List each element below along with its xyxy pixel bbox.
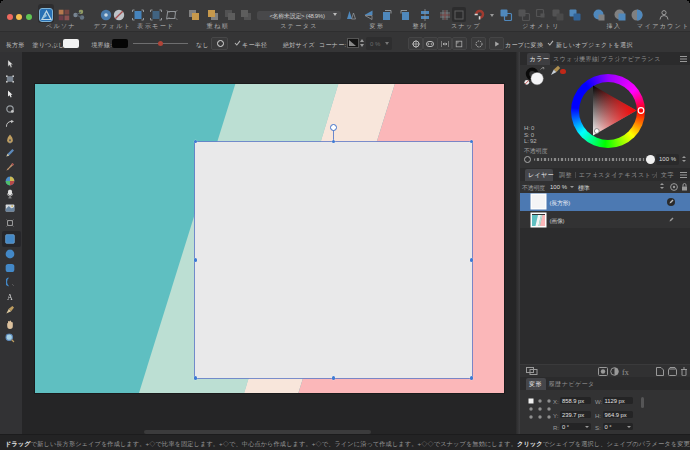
svg-text:fx: fx (622, 367, 629, 376)
